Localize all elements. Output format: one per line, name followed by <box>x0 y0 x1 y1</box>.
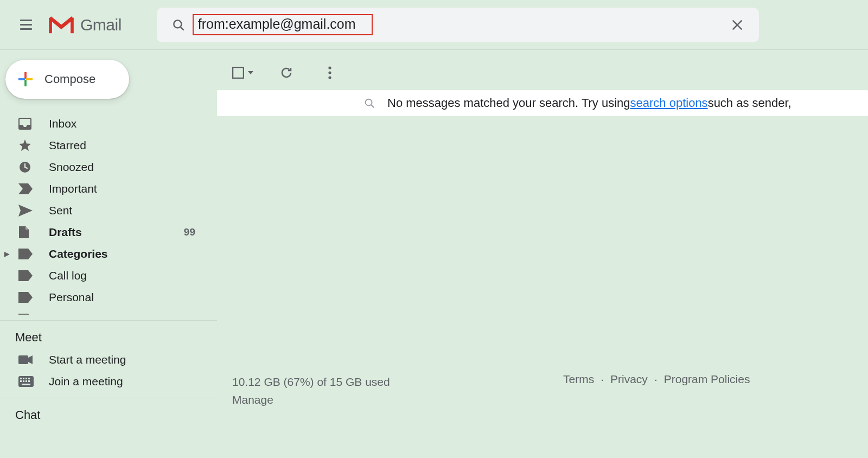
sidebar-item-drafts[interactable]: Drafts99 <box>0 221 217 243</box>
manage-storage-link[interactable]: Manage <box>232 393 273 406</box>
svg-marker-16 <box>25 226 29 230</box>
inbox-icon <box>18 118 49 130</box>
start-meeting-button[interactable]: Start a meeting <box>0 349 217 371</box>
sidebar-item-snoozed[interactable]: Snoozed <box>0 156 217 178</box>
item-count: 99 <box>184 226 195 238</box>
gmail-logo[interactable]: Gmail <box>48 15 122 35</box>
label-icon <box>18 270 49 281</box>
sidebar-item-categories[interactable]: ▶Categories <box>0 243 217 265</box>
clear-search-button[interactable] <box>726 14 748 36</box>
expand-caret-icon: ▶ <box>4 250 9 258</box>
join-meeting-label: Join a meeting <box>49 375 123 388</box>
chat-section-title: Chat <box>0 403 217 427</box>
video-icon <box>18 354 49 365</box>
svg-rect-25 <box>23 378 24 379</box>
select-all-checkbox[interactable] <box>232 67 254 79</box>
privacy-link[interactable]: Privacy <box>610 373 648 386</box>
sidebar-item-call-log[interactable]: Call log <box>0 265 217 287</box>
label-icon <box>18 314 49 315</box>
svg-rect-33 <box>233 67 244 78</box>
sidebar-item-inbox[interactable]: Inbox <box>0 113 217 135</box>
compose-button[interactable]: Compose <box>5 60 129 99</box>
meet-section-title: Meet <box>0 325 217 349</box>
svg-rect-29 <box>23 380 24 382</box>
nav-label: SMS <box>49 313 74 315</box>
refresh-button[interactable] <box>276 62 297 84</box>
svg-point-38 <box>366 99 372 106</box>
file-icon <box>18 226 49 239</box>
nav-label: Call log <box>49 269 87 282</box>
terms-link[interactable]: Terms <box>563 373 594 386</box>
svg-rect-21 <box>18 355 28 364</box>
svg-line-39 <box>371 105 374 107</box>
gmail-wordmark: Gmail <box>80 16 122 34</box>
svg-point-37 <box>328 76 331 79</box>
label-icon <box>18 292 49 303</box>
program-policies-link[interactable]: Program Policies <box>664 373 750 386</box>
svg-marker-20 <box>18 314 33 315</box>
svg-point-36 <box>328 71 331 74</box>
sidebar-item-sms[interactable]: SMS <box>0 308 217 315</box>
storage-usage-text: 10.12 GB (67%) of 15 GB used <box>232 373 390 391</box>
clock-icon <box>18 161 49 174</box>
sidebar-item-sent[interactable]: Sent <box>0 200 217 221</box>
svg-rect-26 <box>25 378 27 379</box>
toolbar <box>217 58 868 88</box>
join-meeting-button[interactable]: Join a meeting <box>0 371 217 392</box>
svg-rect-30 <box>25 380 27 382</box>
main-menu-button[interactable] <box>13 12 39 38</box>
nav-label: Drafts <box>49 226 82 239</box>
svg-rect-28 <box>20 380 22 382</box>
footer: 10.12 GB (67%) of 15 GB used Manage Term… <box>232 373 857 409</box>
nav-label: Personal <box>49 291 94 304</box>
svg-rect-27 <box>28 378 30 379</box>
hamburger-icon <box>20 20 32 30</box>
nav-label: Categories <box>49 247 108 260</box>
nav-label: Starred <box>49 139 86 152</box>
svg-rect-10 <box>26 78 33 80</box>
empty-text-prefix: No messages matched your search. Try usi… <box>387 96 630 110</box>
nav-label: Important <box>49 182 97 195</box>
svg-point-3 <box>174 20 181 28</box>
svg-rect-1 <box>49 17 52 33</box>
search-options-link[interactable]: search options <box>630 96 708 110</box>
search-icon[interactable] <box>168 18 189 32</box>
label-icon <box>18 249 49 259</box>
refresh-icon <box>280 66 293 79</box>
empty-text-suffix: such as sender, <box>708 96 792 110</box>
svg-line-4 <box>181 27 184 30</box>
svg-marker-17 <box>18 249 33 259</box>
sidebar: Compose InboxStarredSnoozedImportantSent… <box>0 50 217 458</box>
svg-marker-12 <box>19 139 31 151</box>
more-button[interactable] <box>319 62 341 84</box>
search-icon <box>363 97 375 109</box>
keyboard-icon <box>18 376 49 387</box>
compose-label: Compose <box>44 72 95 86</box>
svg-rect-31 <box>28 380 30 382</box>
nav-label: Inbox <box>49 117 76 130</box>
sidebar-item-personal[interactable]: Personal <box>0 287 217 308</box>
search-input-highlight <box>193 14 373 35</box>
sidebar-item-starred[interactable]: Starred <box>0 135 217 156</box>
dropdown-caret-icon <box>247 69 254 76</box>
search-bar[interactable] <box>157 8 759 42</box>
svg-marker-22 <box>28 355 33 364</box>
svg-rect-9 <box>18 78 25 80</box>
more-vert-icon <box>328 66 331 79</box>
svg-marker-34 <box>248 71 253 74</box>
important-icon <box>18 183 49 194</box>
nav-label: Sent <box>49 204 72 217</box>
svg-marker-15 <box>18 205 33 217</box>
svg-marker-14 <box>18 183 33 194</box>
gmail-m-icon <box>48 15 75 35</box>
svg-rect-7 <box>24 72 27 79</box>
nav-label: Snoozed <box>49 161 94 174</box>
star-icon <box>18 139 49 152</box>
svg-point-35 <box>328 66 331 69</box>
svg-marker-19 <box>18 292 33 303</box>
svg-marker-18 <box>18 270 33 281</box>
sidebar-item-important[interactable]: Important <box>0 178 217 200</box>
search-input[interactable] <box>198 16 366 32</box>
plus-icon <box>17 71 34 87</box>
svg-rect-24 <box>20 378 22 379</box>
